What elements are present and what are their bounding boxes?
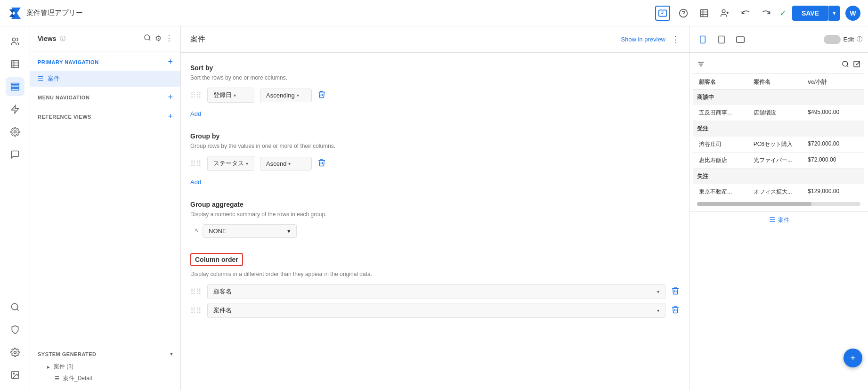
col-drag-0[interactable]: ⠿⠿ — [190, 287, 202, 296]
topbar: 案件管理アプリー ✓ SAVE ▾ W — [0, 0, 868, 26]
primary-nav-add-btn[interactable]: + — [168, 57, 173, 67]
rail-item-shield[interactable] — [6, 320, 24, 339]
svg-point-8 — [12, 38, 16, 41]
preview-filter-icon[interactable] — [697, 60, 705, 69]
preview-cell-g2-1-2: $72,000.00 — [806, 155, 860, 165]
mobile-device-btn[interactable] — [695, 32, 710, 47]
preview-toolbar — [693, 57, 864, 73]
preview-cell-g2-0-0: 渋谷庄司 — [697, 139, 752, 149]
sidebar-settings-btn[interactable]: ⚙ — [155, 34, 162, 43]
sort-by-title: Sort by — [190, 64, 680, 72]
system-generated-label: SYSTEM GENERATED — [38, 351, 97, 357]
col-field-0[interactable]: 顧客名 ▾ — [207, 284, 665, 299]
rail-item-settings[interactable] — [6, 343, 24, 362]
preview-row-g3-0[interactable]: 東京不動産... オフィス拡大... $129,000.00 — [693, 184, 864, 200]
rail-item-views[interactable] — [6, 77, 24, 96]
preview-scrollbar[interactable] — [697, 202, 860, 206]
table-icon-btn[interactable] — [697, 6, 712, 21]
group-order-arrow: ▾ — [288, 161, 291, 166]
main-panel-header: 案件 Show in preview ⋮ — [181, 26, 689, 53]
group-order-selector[interactable]: Ascend ▾ — [260, 157, 312, 171]
panel-more-btn[interactable]: ⋮ — [671, 34, 680, 45]
sort-drag-handle[interactable]: ⠿⠿ — [190, 91, 202, 100]
svg-point-31 — [843, 61, 848, 66]
sidebar-bottom: SYSTEM GENERATED ▾ ▸ 案件 (3) ☰ 案件_Detail — [30, 345, 180, 390]
sort-order-arrow: ▾ — [297, 93, 299, 98]
preview-col-2: vc/小計 — [806, 75, 860, 89]
nav-item-anken[interactable]: ☰ 案件 — [30, 71, 180, 87]
col-delete-1[interactable] — [671, 305, 680, 316]
preview-cell-g2-1-1: 光ファイバー... — [752, 155, 806, 165]
save-button[interactable]: SAVE — [792, 6, 828, 21]
preview-cell-g1-0-0: 五反田商事... — [697, 108, 752, 118]
help-icon-btn[interactable] — [676, 6, 691, 21]
sort-order-text: Ascending — [266, 92, 295, 99]
tablet-landscape-btn[interactable] — [733, 32, 748, 47]
preview-row-g2-0[interactable]: 渋谷庄司 PC6セット購入 $720,000.00 — [693, 137, 864, 153]
undo-icon-btn[interactable] — [738, 6, 753, 21]
edit-toggle-track[interactable] — [824, 35, 841, 44]
preview-footer-label[interactable]: 案件 — [778, 216, 789, 224]
redo-icon-btn[interactable] — [759, 6, 774, 21]
ref-views-title: REFERENCE VIEWS — [38, 114, 91, 120]
sidebar-more-btn[interactable]: ⋮ — [165, 34, 173, 43]
avatar[interactable]: W — [845, 6, 860, 21]
sort-add-link[interactable]: Add — [190, 110, 201, 117]
col-field-1[interactable]: 案件名 ▾ — [207, 303, 665, 318]
group-aggregate-value: NONE — [209, 228, 227, 235]
sidebar-search-btn[interactable] — [144, 34, 151, 43]
ref-views-add-btn[interactable]: + — [168, 112, 173, 122]
preview-row-g1-0[interactable]: 五反田商事... 店舗増設 $495,000.00 — [693, 105, 864, 121]
preview-scrollbar-inner — [697, 202, 811, 206]
preview-footer-list-icon — [769, 216, 776, 225]
preview-row-g2-1[interactable]: 恵比寿飯店 光ファイバー... $72,000.00 — [693, 153, 864, 169]
rail-item-users[interactable] — [6, 32, 24, 51]
sidebar-header: Views ⓘ ⚙ ⋮ — [30, 26, 180, 51]
group-delete-btn[interactable] — [317, 158, 326, 169]
sort-delete-btn[interactable] — [317, 90, 326, 101]
save-dropdown-button[interactable]: ▾ — [828, 6, 840, 21]
sidebar-header-icons: ⚙ ⋮ — [144, 34, 173, 43]
preview-search-icon[interactable] — [842, 60, 849, 69]
group-add-link[interactable]: Add — [190, 179, 201, 186]
preview-col-0: 顧客名 — [697, 75, 752, 89]
svg-marker-0 — [11, 8, 21, 19]
show-preview-btn[interactable]: Show in preview — [621, 36, 665, 43]
tablet-portrait-btn[interactable] — [714, 32, 729, 47]
primary-nav-header: PRIMARY NAVIGATION + — [38, 57, 173, 67]
save-group: SAVE ▾ — [792, 6, 840, 21]
add-user-icon-btn[interactable] — [717, 6, 732, 21]
preview-cell-g3-0-2: $129,000.00 — [806, 187, 860, 197]
group-order-text: Ascend — [266, 160, 286, 167]
preview-checkbox-icon[interactable] — [853, 60, 860, 69]
rail-item-settings-gear[interactable] — [6, 122, 24, 141]
sidebar-title: Views — [38, 35, 56, 42]
rail-item-search[interactable] — [6, 298, 24, 317]
preview-icon-btn[interactable] — [655, 6, 670, 21]
col-drag-1[interactable]: ⠿⠿ — [190, 306, 202, 315]
group-aggregate-selector[interactable]: NONE ▾ — [203, 224, 297, 238]
logo-icon — [8, 6, 23, 21]
svg-point-5 — [722, 9, 725, 13]
fab-add-btn[interactable]: + — [844, 349, 862, 367]
rail-item-chat[interactable] — [6, 145, 24, 164]
svg-point-14 — [14, 131, 16, 133]
ref-views-header: REFERENCE VIEWS + — [38, 112, 173, 122]
sub-item-label-1: 案件_Detail — [63, 374, 92, 382]
system-generated-header[interactable]: SYSTEM GENERATED ▾ — [38, 351, 173, 357]
rail-item-lightning[interactable] — [6, 100, 24, 119]
rail-item-table[interactable] — [6, 55, 24, 73]
sub-item-1[interactable]: ☰ 案件_Detail — [43, 373, 173, 384]
col-delete-0[interactable] — [671, 286, 680, 297]
sub-item-0[interactable]: ▸ 案件 (3) — [43, 361, 173, 373]
svg-line-21 — [149, 39, 150, 41]
menu-nav-add-btn[interactable]: + — [168, 92, 173, 102]
preview-wrapper: 顧客名 案件名 vc/小計 商談中 五反田商事... 店舗増設 $495,000… — [690, 53, 868, 390]
sort-field-selector[interactable]: 登録日 ▾ — [207, 88, 254, 103]
rail-item-image[interactable] — [6, 366, 24, 384]
sub-item-icon-1: ☰ — [55, 375, 59, 382]
sort-order-selector[interactable]: Ascending ▾ — [260, 89, 312, 102]
svg-point-20 — [145, 35, 150, 40]
group-drag-handle[interactable]: ⠿⠿ — [190, 159, 202, 168]
group-field-selector[interactable]: ステータス ▾ — [207, 156, 254, 171]
